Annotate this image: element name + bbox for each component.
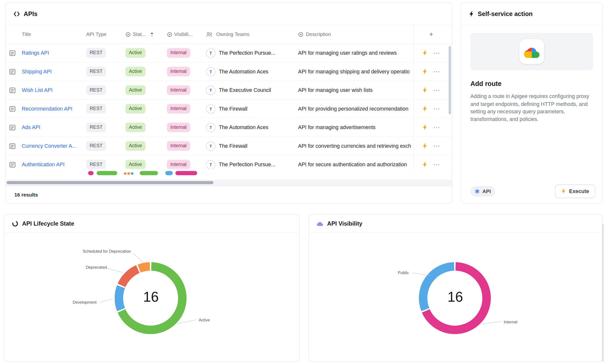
api-title-link[interactable]: Authentication API bbox=[22, 162, 65, 167]
table-row[interactable]: Shipping API REST Active Internal T The … bbox=[6, 62, 452, 81]
donut-segment-deprecated[interactable] bbox=[122, 269, 138, 285]
google-cloud-icon bbox=[524, 45, 539, 58]
api-title-link[interactable]: Ads API bbox=[22, 124, 40, 130]
action-name: Add route bbox=[470, 80, 593, 88]
column-header-status-label: Stat... bbox=[133, 32, 146, 37]
visibility-chip: Internal bbox=[167, 123, 190, 132]
action-card-body: Add route Adding a route in Apigee requi… bbox=[461, 25, 602, 123]
run-action-lightning-icon[interactable] bbox=[422, 106, 427, 112]
visibility-donut-chart[interactable]: 16 Public Internal bbox=[309, 233, 602, 362]
run-action-lightning-icon[interactable] bbox=[422, 124, 427, 130]
row-menu-button[interactable]: ··· bbox=[433, 50, 440, 56]
lifecycle-total: 16 bbox=[128, 289, 174, 305]
table-row[interactable]: Ratings API REST Active Internal T The P… bbox=[6, 44, 452, 63]
visibility-chip: Internal bbox=[167, 48, 190, 58]
column-header-description[interactable]: Description bbox=[298, 32, 413, 37]
action-description: Adding a route in Apigee requires config… bbox=[470, 93, 593, 123]
scroll-preview-chip bbox=[131, 172, 134, 175]
donut-segment-scheduled-for-deprecation[interactable] bbox=[139, 266, 150, 269]
row-menu-button[interactable]: ··· bbox=[433, 161, 440, 168]
run-action-lightning-icon[interactable] bbox=[422, 50, 427, 56]
column-header-owning-teams[interactable]: Owning Teams bbox=[206, 32, 298, 37]
donut-segment-development[interactable] bbox=[119, 287, 121, 310]
scroll-preview-chip bbox=[176, 171, 197, 175]
row-actions-cell: ··· bbox=[413, 81, 449, 99]
table-row[interactable]: Ads API REST Active Internal T The Autom… bbox=[6, 118, 452, 137]
target-icon bbox=[125, 32, 131, 37]
api-title-link[interactable]: Currency Converter A... bbox=[22, 143, 76, 149]
visibility-total: 16 bbox=[432, 289, 479, 305]
visibility-chart-card: API Visibility 16 Public Internal bbox=[308, 215, 603, 362]
lifecycle-icon bbox=[12, 220, 18, 227]
add-column-header[interactable]: + bbox=[413, 25, 449, 43]
api-title-link[interactable]: Wish List API bbox=[22, 87, 53, 93]
row-icon-cell bbox=[9, 68, 22, 75]
vertical-scrollbar-thumb[interactable] bbox=[449, 46, 451, 114]
sort-icon[interactable] bbox=[150, 32, 154, 37]
execute-button[interactable]: Execute bbox=[555, 184, 595, 198]
table-scroll-overlay bbox=[6, 169, 452, 186]
api-title-link[interactable]: Recommendation API bbox=[22, 106, 72, 112]
column-header-api-type[interactable]: API Type bbox=[86, 32, 125, 37]
row-icon-cell bbox=[9, 143, 22, 149]
run-action-lightning-icon[interactable] bbox=[422, 162, 427, 167]
label-public: Public bbox=[398, 270, 409, 275]
run-action-lightning-icon[interactable] bbox=[422, 143, 427, 149]
api-type-chip: REST bbox=[86, 123, 106, 132]
label-scheduled-for-deprecation: Scheduled for Deprecation bbox=[83, 249, 131, 254]
api-title-link[interactable]: Shipping API bbox=[22, 69, 52, 75]
api-type-chip: REST bbox=[86, 67, 106, 76]
row-menu-button[interactable]: ··· bbox=[433, 143, 440, 149]
api-description: API for managing user ratings and review… bbox=[298, 50, 397, 56]
team-avatar: T bbox=[206, 48, 215, 58]
row-menu-button[interactable]: ··· bbox=[433, 68, 440, 75]
team-name: The Executive Council bbox=[219, 87, 271, 93]
row-menu-button[interactable]: ··· bbox=[433, 87, 440, 94]
visibility-chip: Internal bbox=[167, 67, 190, 76]
team-name: The Perfection Pursue... bbox=[219, 162, 275, 167]
row-icon-cell bbox=[9, 87, 22, 94]
team-name: The Automation Aces bbox=[219, 124, 268, 130]
page-scrollbar[interactable] bbox=[602, 224, 604, 362]
people-icon bbox=[206, 32, 213, 37]
scroll-preview-chip bbox=[97, 171, 117, 175]
blueprint-chip[interactable]: API bbox=[470, 186, 495, 197]
scroll-preview-chip bbox=[124, 172, 126, 175]
lifecycle-donut-chart[interactable]: 16 Scheduled for Deprecation Deprecated … bbox=[4, 233, 299, 362]
horizontal-scrollbar-thumb[interactable] bbox=[7, 181, 214, 184]
table-row[interactable]: Currency Converter A... REST Active Inte… bbox=[6, 137, 452, 156]
api-blueprint-icon bbox=[475, 189, 480, 194]
lightning-icon bbox=[469, 11, 474, 17]
form-icon bbox=[9, 50, 16, 56]
api-title-link[interactable]: Ratings API bbox=[22, 50, 49, 56]
table-body: Ratings API REST Active Internal T The P… bbox=[6, 44, 452, 174]
table-row[interactable]: Recommendation API REST Active Internal … bbox=[6, 100, 452, 118]
self-service-action-card: Self-service action bbox=[461, 2, 603, 203]
form-icon bbox=[9, 87, 16, 94]
api-type-chip: REST bbox=[86, 104, 106, 114]
table-row[interactable]: Wish List API REST Active Internal T The… bbox=[6, 81, 452, 100]
scroll-preview-chip bbox=[140, 171, 158, 175]
api-type-chip: REST bbox=[86, 160, 106, 169]
add-column-button[interactable]: + bbox=[429, 30, 433, 38]
column-header-status[interactable]: Stat... bbox=[125, 32, 167, 37]
team-avatar: T bbox=[206, 85, 215, 95]
team-avatar: T bbox=[206, 123, 215, 132]
target-icon bbox=[298, 32, 303, 37]
status-chip: Active bbox=[125, 48, 145, 58]
row-menu-button[interactable]: ··· bbox=[433, 124, 440, 131]
run-action-lightning-icon[interactable] bbox=[422, 69, 427, 75]
form-icon bbox=[9, 124, 16, 131]
form-icon bbox=[9, 143, 16, 149]
row-menu-button[interactable]: ··· bbox=[433, 105, 440, 112]
run-action-lightning-icon[interactable] bbox=[422, 87, 427, 93]
visibility-chip: Internal bbox=[167, 141, 190, 151]
team-name: The Perfection Pursue... bbox=[219, 50, 275, 56]
target-icon bbox=[167, 32, 172, 37]
horizontal-scrollbar-track[interactable] bbox=[6, 180, 452, 186]
lightning-icon bbox=[561, 188, 566, 194]
row-actions-cell: ··· bbox=[413, 62, 449, 81]
column-header-title[interactable]: Title bbox=[22, 32, 86, 37]
column-header-visibility[interactable]: Visibili... bbox=[167, 32, 206, 37]
action-card-header: Self-service action bbox=[461, 3, 602, 25]
